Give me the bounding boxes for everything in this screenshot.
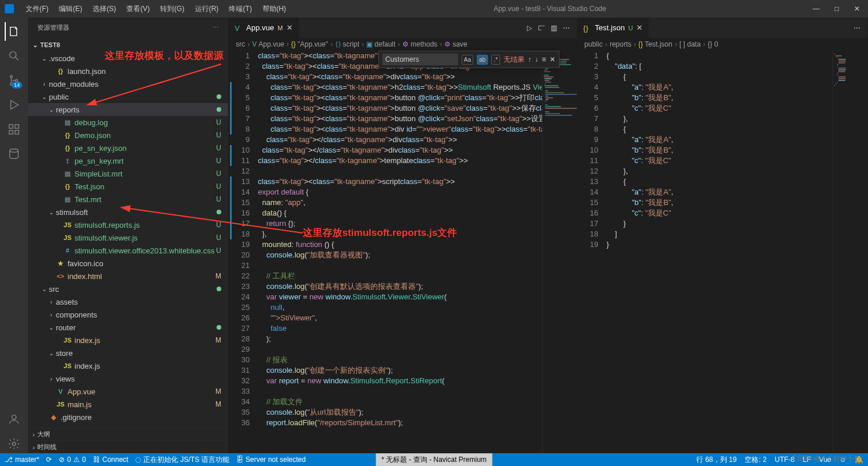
breadcrumb-1[interactable]: src› V App.vue› {} "App.vue"› ⟨⟩ script›…: [229, 38, 577, 51]
tab-label: Test.json: [595, 23, 625, 32]
more-icon[interactable]: ⋯: [562, 23, 571, 33]
status-connect[interactable]: ⛓ Connect: [93, 456, 129, 464]
find-input[interactable]: [382, 54, 458, 65]
project-header[interactable]: ⌄ TEST8: [28, 38, 228, 52]
json-file-icon: {}: [583, 24, 591, 32]
code-editor-2[interactable]: { "data": [ { "a": "我是A", "b": "我是B", "c…: [607, 51, 832, 453]
find-close-icon[interactable]: ✕: [550, 55, 555, 63]
menu-help[interactable]: 帮助(H): [258, 2, 291, 16]
folder--vscode[interactable]: ⌄.vscode: [28, 52, 228, 65]
menu-terminal[interactable]: 终端(T): [224, 2, 256, 16]
folder-router[interactable]: ⌄router: [28, 321, 228, 334]
file-test-json[interactable]: {}Test.jsonU: [28, 180, 228, 193]
folder-public[interactable]: ⌄public: [28, 90, 228, 103]
outline-section[interactable]: ›大纲: [28, 428, 228, 440]
find-prev-icon[interactable]: ↑: [528, 55, 532, 63]
file-launch-json[interactable]: {}launch.json: [28, 65, 228, 77]
status-encoding[interactable]: UTF-8: [775, 455, 795, 465]
menu-file[interactable]: 文件(F): [21, 2, 53, 16]
explorer-icon[interactable]: [5, 22, 23, 41]
folder-node-modules[interactable]: ›node_modules: [28, 77, 228, 90]
diff-icon[interactable]: ▥: [550, 23, 558, 33]
file-pe-sn-key-json[interactable]: {}pe_sn_key.jsonU: [28, 142, 228, 154]
database-icon[interactable]: [5, 144, 23, 163]
file-babel-config-js[interactable]: JSbabel.config.js: [28, 423, 228, 428]
file-index-js[interactable]: JSindex.js: [28, 359, 228, 372]
maximize-icon[interactable]: □: [831, 2, 842, 15]
minimap-1[interactable]: [542, 51, 577, 453]
code-editor-1[interactable]: class="tk-tag"><class="tk-tagname">templ…: [258, 51, 542, 453]
menu-selection[interactable]: 选择(S): [88, 2, 121, 16]
extensions-icon[interactable]: [5, 120, 23, 139]
find-case-icon[interactable]: Aa: [462, 55, 473, 65]
tab-label: App.vue: [246, 23, 274, 32]
tab-close-icon[interactable]: ✕: [636, 23, 643, 32]
find-regex-icon[interactable]: .*: [491, 55, 500, 65]
menu-edit[interactable]: 编辑(E): [54, 2, 87, 16]
close-icon[interactable]: ✕: [851, 2, 863, 15]
project-name: TEST8: [40, 41, 60, 48]
sidebar: 资源管理器 ⋯ ⌄ TEST8 ⌄.vscode{}launch.json›no…: [28, 17, 229, 453]
status-branch[interactable]: ⎇ master*: [5, 456, 39, 464]
folder-store[interactable]: ⌄store: [28, 347, 228, 359]
menu-view[interactable]: 查看(V): [122, 2, 154, 16]
file-main-js[interactable]: JSmain.jsM: [28, 398, 228, 411]
source-control-icon[interactable]: 14: [5, 71, 23, 90]
svg-point-10: [12, 442, 16, 446]
file-demo-json[interactable]: {}Demo.jsonU: [28, 129, 228, 142]
breadcrumb-2[interactable]: public› reports› {} Test.json› [ ] data›…: [578, 38, 867, 51]
chevron-down-icon: ⌄: [33, 41, 38, 49]
file-pe-sn-key-mrt[interactable]: ⟟pe_sn_key.mrtU: [28, 154, 228, 167]
tab-close-icon[interactable]: ✕: [286, 23, 293, 32]
tabbar-1: V App.vue M ✕ ▷ ⫍ ▥ ⋯: [229, 17, 577, 38]
status-ln-col[interactable]: 行 68，列 19: [696, 455, 736, 465]
find-no-results: 无结果: [504, 55, 525, 65]
find-wholeword-icon[interactable]: ab: [477, 55, 488, 65]
folder-components[interactable]: ›components: [28, 308, 228, 321]
minimize-icon[interactable]: —: [809, 2, 823, 15]
find-next-icon[interactable]: ↓: [535, 55, 538, 63]
file-index-js[interactable]: JSindex.jsM: [28, 334, 228, 347]
folder-assets[interactable]: ›assets: [28, 295, 228, 308]
file-stimulsoft-reports-js[interactable]: JSstimulsoft.reports.jsU: [28, 218, 228, 231]
more-icon[interactable]: ⋯: [852, 23, 862, 33]
file--gitignore[interactable]: ◈.gitignore: [28, 411, 228, 423]
split-icon[interactable]: ⫍: [537, 23, 546, 33]
file-index-html[interactable]: <>index.htmlM: [28, 270, 228, 283]
settings-gear-icon[interactable]: [5, 435, 23, 453]
folder-stimulsoft[interactable]: ⌄stimulsoft: [28, 206, 228, 218]
editor-group-1: V App.vue M ✕ ▷ ⫍ ▥ ⋯ src› V App.vue› {}…: [229, 17, 578, 453]
folder-src[interactable]: ⌄src: [28, 283, 228, 295]
status-sync[interactable]: ⟳: [46, 456, 52, 464]
search-icon[interactable]: [5, 47, 23, 65]
svg-rect-6: [9, 130, 13, 134]
file-app-vue[interactable]: VApp.vueM: [28, 385, 228, 398]
accounts-icon[interactable]: [5, 410, 23, 429]
timeline-section[interactable]: ›时间线: [28, 440, 228, 453]
menu-go[interactable]: 转到(G): [155, 2, 189, 16]
folder-views[interactable]: ›views: [28, 372, 228, 385]
svg-rect-7: [15, 130, 19, 134]
run-icon[interactable]: ▷: [526, 23, 533, 33]
run-debug-icon[interactable]: [5, 96, 23, 114]
folder-reports[interactable]: ⌄reports: [28, 103, 228, 116]
menu-run[interactable]: 运行(R): [190, 2, 224, 16]
sidebar-title: 资源管理器: [37, 23, 212, 32]
file-simplelist-mrt[interactable]: ▤SimpleList.mrtU: [28, 167, 228, 180]
tab-app-vue[interactable]: V App.vue M ✕: [229, 17, 299, 38]
find-selection-icon[interactable]: ≡: [542, 55, 546, 63]
file-favicon-ico[interactable]: ★favicon.ico: [28, 257, 228, 270]
status-spaces[interactable]: 空格: 2: [745, 455, 766, 465]
file-stimulsoft-viewer-office2013-whiteblue-css[interactable]: #stimulsoft.viewer.office2013.whiteblue.…: [28, 244, 228, 257]
file-stimulsoft-viewer-js[interactable]: JSstimulsoft.viewer.jsU: [28, 231, 228, 244]
tab-test-json[interactable]: {} Test.json U ✕: [578, 17, 649, 38]
status-server[interactable]: 🗄 Server not selected: [236, 456, 306, 464]
file-debug-log[interactable]: ▤debug.logU: [28, 116, 228, 129]
status-errors[interactable]: ⊘ 0 ⚠ 0: [59, 456, 86, 464]
windows-taskbar-item[interactable]: * 无标题 - 查询 - Navicat Premium: [375, 453, 493, 466]
minimap-2[interactable]: [832, 51, 867, 453]
svg-rect-4: [9, 125, 13, 128]
tab-status: M: [278, 24, 283, 31]
file-test-mrt[interactable]: ▤Test.mrtU: [28, 193, 228, 206]
sidebar-more-icon[interactable]: ⋯: [212, 24, 219, 31]
